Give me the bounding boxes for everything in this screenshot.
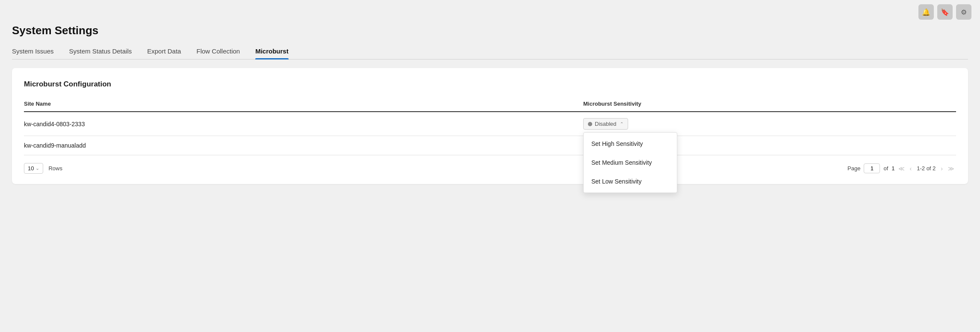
- col-header-site-name: Site Name: [24, 97, 583, 112]
- tab-system-status-details[interactable]: System Status Details: [69, 47, 132, 59]
- prev-page-button[interactable]: ‹: [908, 164, 914, 173]
- rows-per-page-value: 10: [28, 165, 34, 172]
- site-name-cell: kw-candid9-manualadd: [24, 136, 583, 155]
- bookmark-icon-btn[interactable]: 🔖: [937, 4, 953, 20]
- card-title: Microburst Configuration: [24, 80, 956, 89]
- sensitivity-dropdown-trigger[interactable]: Disabled ⌃: [583, 118, 628, 130]
- rows-label: Rows: [48, 165, 62, 172]
- page-label: Page: [847, 165, 860, 172]
- col-header-sensitivity: Microburst Sensitivity: [583, 97, 956, 112]
- tab-system-issues[interactable]: System Issues: [12, 47, 54, 59]
- page-number-input[interactable]: [864, 163, 880, 173]
- sensitivity-dropdown-menu: Set High Sensitivity Set Medium Sensitiv…: [583, 132, 677, 193]
- rows-select-chevron: ⌄: [35, 166, 39, 171]
- last-page-button[interactable]: ≫: [946, 164, 956, 173]
- top-bar: 🔔 🔖 ⚙: [0, 0, 980, 24]
- main-content: System Settings System Issues System Sta…: [0, 24, 980, 196]
- table-row: kw-candid4-0803-2333 Disabled ⌃ Set High…: [24, 112, 956, 136]
- tabs-nav: System Issues System Status Details Expo…: [12, 47, 968, 59]
- page-range: 1-2 of 2: [917, 165, 936, 172]
- notification-icon-btn[interactable]: 🔔: [918, 4, 934, 20]
- tab-flow-collection[interactable]: Flow Collection: [196, 47, 240, 59]
- of-text: of: [883, 165, 888, 172]
- set-high-sensitivity-item[interactable]: Set High Sensitivity: [584, 134, 677, 153]
- tab-microburst[interactable]: Microburst: [255, 47, 289, 59]
- next-page-button[interactable]: ›: [939, 164, 945, 173]
- microburst-config-card: Microburst Configuration Site Name Micro…: [12, 68, 968, 184]
- config-table: Site Name Microburst Sensitivity kw-cand…: [24, 97, 956, 155]
- sensitivity-value: Disabled: [595, 121, 617, 127]
- total-pages: 1: [891, 165, 894, 172]
- tab-export-data[interactable]: Export Data: [147, 47, 181, 59]
- disabled-dot: [588, 122, 592, 126]
- table-footer: 10 ⌄ Rows Page of 1 ≪ ‹ 1-2 of 2 › ≫: [24, 163, 956, 174]
- settings-icon-btn[interactable]: ⚙: [956, 4, 971, 20]
- chevron-up-icon: ⌃: [620, 122, 623, 126]
- pagination: Page of 1 ≪ ‹ 1-2 of 2 › ≫: [847, 163, 956, 173]
- first-page-button[interactable]: ≪: [897, 164, 906, 173]
- set-low-sensitivity-item[interactable]: Set Low Sensitivity: [584, 172, 677, 191]
- set-medium-sensitivity-item[interactable]: Set Medium Sensitivity: [584, 153, 677, 172]
- sensitivity-cell-1: Disabled ⌃ Set High Sensitivity Set Medi…: [583, 112, 956, 136]
- rows-per-page-select[interactable]: 10 ⌄: [24, 163, 43, 174]
- page-title: System Settings: [12, 24, 968, 37]
- site-name-cell: kw-candid4-0803-2333: [24, 112, 583, 136]
- table-row: kw-candid9-manualadd: [24, 136, 956, 155]
